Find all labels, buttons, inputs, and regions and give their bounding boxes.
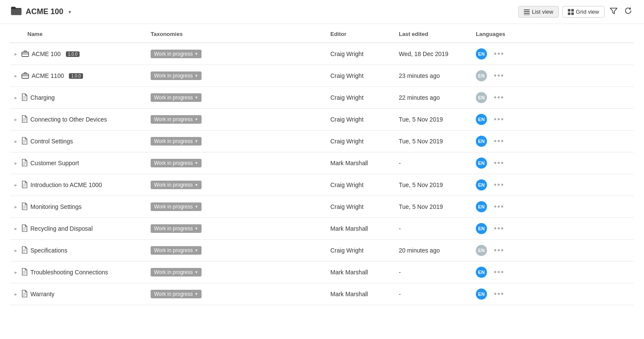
cell-last-edited: - [395,218,472,240]
grid-view-button[interactable]: Grid view [562,6,605,18]
table-row: ► Charging Work in progress ▼ Craig Wrig… [10,87,634,109]
version-badge: 1.0.0 [69,73,83,79]
language-badge[interactable]: EN [476,245,487,256]
status-badge[interactable]: Work in progress ▼ [151,137,202,146]
table-row: ► ACME 100 1.0.0 Work in progress ▼ Crai… [10,43,634,65]
expand-arrow-icon[interactable]: ► [14,270,19,275]
language-badge[interactable]: EN [476,179,487,190]
dropdown-caret-icon: ▼ [194,52,198,56]
svg-rect-7 [571,12,574,15]
table-row: ► Control Settings Work in progress ▼ Cr… [10,131,634,152]
cell-languages: EN ••• [472,87,634,109]
status-label: Work in progress [154,51,193,57]
item-name: Specifications [30,247,67,254]
status-label: Work in progress [154,247,193,253]
table-row: ► Monitoring Settings Work in progress ▼… [10,196,634,218]
expand-arrow-icon[interactable]: ► [14,95,19,100]
more-options-button[interactable]: ••• [494,290,505,299]
expand-arrow-icon[interactable]: ► [14,205,19,209]
header-left: ACME 100 ▾ [10,6,71,18]
status-badge[interactable]: Work in progress ▼ [151,202,202,211]
item-name: ACME 1100 [32,72,64,79]
cell-taxonomies: Work in progress ▼ [147,65,327,87]
cell-taxonomies: Work in progress ▼ [147,283,327,305]
cell-name: ► Recycling and Disposal [10,218,147,240]
status-badge[interactable]: Work in progress ▼ [151,50,202,58]
language-badge[interactable]: EN [476,201,487,212]
expand-arrow-icon[interactable]: ► [14,117,19,122]
expand-arrow-icon[interactable]: ► [14,183,19,187]
more-options-button[interactable]: ••• [494,159,505,168]
col-header-taxonomies: Taxonomies [147,24,327,43]
status-badge[interactable]: Work in progress ▼ [151,93,202,102]
chevron-down-icon[interactable]: ▾ [68,9,71,15]
doc-icon [21,224,28,233]
status-badge[interactable]: Work in progress ▼ [151,159,202,167]
more-options-button[interactable]: ••• [494,246,505,255]
language-badge[interactable]: EN [476,288,487,300]
more-options-button[interactable]: ••• [494,115,505,124]
cell-last-edited: - [395,262,472,283]
language-badge[interactable]: EN [476,267,487,278]
cell-languages: EN ••• [472,131,634,152]
cell-last-edited: Tue, 5 Nov 2019 [395,109,472,131]
status-badge[interactable]: Work in progress ▼ [151,115,202,124]
status-badge[interactable]: Work in progress ▼ [151,224,202,233]
language-badge[interactable]: EN [476,223,487,234]
cell-name: ► Introduction to ACME 1000 [10,174,147,196]
list-view-button[interactable]: List view [518,6,559,18]
svg-rect-1 [524,11,530,12]
more-options-button[interactable]: ••• [494,224,505,233]
cell-last-edited: 20 minutes ago [395,240,472,262]
expand-arrow-icon[interactable]: ► [14,161,19,166]
more-options-button[interactable]: ••• [494,71,505,80]
cell-editor: Mark Marshall [327,218,395,240]
more-options-button[interactable]: ••• [494,50,505,59]
language-badge[interactable]: EN [476,70,487,81]
more-options-button[interactable]: ••• [494,181,505,190]
language-badge[interactable]: EN [476,158,487,169]
cell-last-edited: 23 minutes ago [395,65,472,87]
cell-name: ► Specifications [10,240,147,262]
grid-icon [568,9,574,15]
svg-rect-4 [568,9,570,12]
svg-rect-6 [568,12,570,15]
status-badge[interactable]: Work in progress ▼ [151,290,202,298]
status-label: Work in progress [154,269,193,275]
status-badge[interactable]: Work in progress ▼ [151,71,202,80]
cell-taxonomies: Work in progress ▼ [147,152,327,174]
cell-name: ► Troubleshooting Connections [10,262,147,283]
svg-rect-8 [22,52,29,56]
status-badge[interactable]: Work in progress ▼ [151,181,202,189]
expand-arrow-icon[interactable]: ► [14,248,19,253]
more-options-button[interactable]: ••• [494,137,505,146]
svg-rect-0 [524,9,530,10]
filter-icon[interactable] [608,5,619,18]
cell-editor: Mark Marshall [327,262,395,283]
cell-last-edited: - [395,152,472,174]
language-badge[interactable]: EN [476,48,487,59]
language-badge[interactable]: EN [476,92,487,103]
expand-arrow-icon[interactable]: ► [14,52,19,56]
more-options-button[interactable]: ••• [494,268,505,277]
more-options-button[interactable]: ••• [494,202,505,211]
expand-arrow-icon[interactable]: ► [14,74,19,78]
expand-arrow-icon[interactable]: ► [14,292,19,297]
cell-last-edited: Tue, 5 Nov 2019 [395,174,472,196]
status-badge[interactable]: Work in progress ▼ [151,268,202,277]
svg-rect-5 [571,9,574,12]
status-label: Work in progress [154,73,193,79]
content-table-container: Name Taxonomies Editor Last edited Langu… [0,24,644,305]
cell-last-edited: 22 minutes ago [395,87,472,109]
expand-arrow-icon[interactable]: ► [14,139,19,144]
expand-arrow-icon[interactable]: ► [14,226,19,231]
content-table: Name Taxonomies Editor Last edited Langu… [10,24,634,305]
item-name: Control Settings [30,138,73,145]
cell-name: ► Connecting to Other Devices [10,109,147,131]
refresh-icon[interactable] [623,5,634,18]
status-badge[interactable]: Work in progress ▼ [151,246,202,255]
item-name: Connecting to Other Devices [30,116,107,123]
language-badge[interactable]: EN [476,136,487,147]
more-options-button[interactable]: ••• [494,93,505,102]
language-badge[interactable]: EN [476,114,487,125]
